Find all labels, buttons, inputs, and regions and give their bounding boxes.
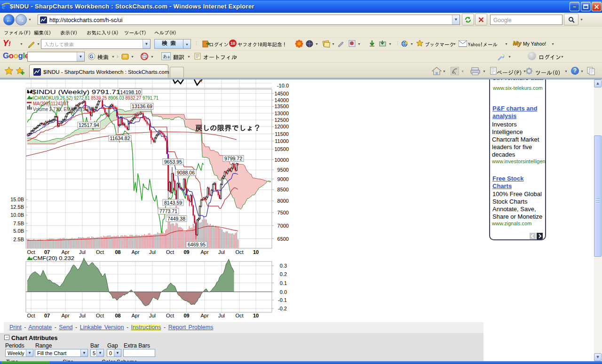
svg-text:7449.38: 7449.38	[167, 216, 185, 222]
svg-text:Oct: Oct	[235, 313, 243, 318]
svg-text:7500: 7500	[277, 210, 289, 215]
svg-text:10: 10	[253, 249, 259, 255]
svg-text:0.1: 0.1	[280, 280, 287, 286]
svg-text:9000: 9000	[277, 176, 289, 182]
svg-text:Apr: Apr	[61, 249, 69, 255]
svg-text:ICHIMOKU(9,26,52) 9272.81 8539: ICHIMOKU(9,26,52) 9272.81 8539.25 8906.0…	[33, 95, 158, 101]
svg-text:12000: 12000	[274, 124, 289, 129]
svg-text:Oct: Oct	[96, 313, 104, 318]
svg-text:12500: 12500	[274, 117, 289, 123]
svg-text:09: 09	[183, 249, 189, 255]
svg-text:9653.95: 9653.95	[164, 159, 182, 165]
svg-text:09: 09	[183, 313, 189, 318]
svg-text:-0.2: -0.2	[278, 306, 287, 311]
svg-text:6469.95: 6469.95	[188, 242, 206, 247]
svg-text:-0.1: -0.1	[278, 297, 287, 303]
svg-text:Jul: Jul	[79, 313, 86, 318]
svg-text:Apr: Apr	[131, 249, 139, 255]
svg-text:Apr: Apr	[200, 249, 208, 255]
svg-text:12517.94: 12517.94	[79, 122, 99, 128]
svg-text:Jul: Jul	[149, 249, 156, 255]
svg-text:0.2: 0.2	[280, 271, 287, 277]
svg-text:0.3: 0.3	[280, 263, 287, 269]
svg-text:15.0B: 15.0B	[10, 197, 24, 202]
svg-text:07: 07	[44, 313, 50, 318]
svg-text:7000: 7000	[277, 223, 289, 229]
svg-text:13000: 13000	[274, 111, 289, 116]
svg-text:$INDU (Weekly) 9791.71: $INDU (Weekly) 9791.71	[32, 89, 120, 95]
svg-text:-10.0: -10.0	[277, 83, 289, 88]
svg-text:10500: 10500	[274, 146, 289, 152]
svg-text:7773.71: 7773.71	[159, 208, 177, 214]
svg-text:08: 08	[115, 249, 120, 255]
svg-text:8500: 8500	[277, 187, 289, 192]
svg-text:Oct: Oct	[235, 249, 243, 255]
svg-text:Jul: Jul	[218, 313, 225, 318]
svg-text:08: 08	[115, 313, 120, 318]
svg-text:12.5B: 12.5B	[10, 204, 24, 210]
svg-text:13500: 13500	[274, 103, 289, 109]
svg-text:10000: 10000	[274, 157, 289, 163]
svg-text:14000: 14000	[274, 97, 289, 103]
svg-text:0.0: 0.0	[280, 289, 287, 295]
svg-text:14198.10: 14198.10	[120, 89, 141, 95]
svg-text:2.5B: 2.5B	[13, 237, 24, 242]
svg-text:13136.69: 13136.69	[132, 103, 152, 109]
svg-text:Jul: Jul	[149, 313, 156, 318]
svg-text:11500: 11500	[275, 131, 289, 137]
svg-text:G: G	[89, 54, 94, 59]
svg-text:Oct: Oct	[166, 249, 174, 255]
svg-text:8143.59: 8143.59	[164, 200, 182, 206]
svg-text:8000: 8000	[277, 198, 289, 204]
svg-text:07: 07	[44, 249, 50, 255]
svg-text:Jul: Jul	[218, 249, 225, 255]
svg-text:9088.06: 9088.06	[177, 170, 195, 175]
svg-text:Oct: Oct	[27, 249, 35, 255]
svg-text:14500: 14500	[274, 91, 289, 96]
svg-text:Apr: Apr	[131, 313, 139, 318]
svg-text:Apr: Apr	[200, 313, 208, 318]
svg-text:MA(200) 11242.87: MA(200) 11242.87	[33, 101, 69, 106]
svg-text:Oct: Oct	[166, 313, 174, 318]
svg-text:Oct: Oct	[27, 313, 35, 318]
svg-text:Apr: Apr	[61, 313, 69, 318]
svg-text:Volume 2.71B, EMA(60) 5.76B: Volume 2.71B, EMA(60) 5.76B	[33, 106, 95, 112]
svg-text:10: 10	[253, 313, 259, 318]
svg-text:9799.72: 9799.72	[224, 156, 242, 161]
svg-text:11000: 11000	[275, 138, 289, 144]
svg-text:11634.82: 11634.82	[110, 135, 130, 141]
svg-text:CMF(20) 0.232: CMF(20) 0.232	[33, 255, 74, 261]
svg-text:Oct: Oct	[96, 249, 104, 255]
svg-text:7.5B: 7.5B	[13, 221, 24, 226]
svg-text:9500: 9500	[277, 167, 289, 173]
svg-text:Jul: Jul	[79, 249, 86, 255]
svg-text:6500: 6500	[277, 236, 289, 242]
svg-text:10.0B: 10.0B	[10, 212, 24, 218]
svg-text:5.0B: 5.0B	[13, 228, 24, 234]
